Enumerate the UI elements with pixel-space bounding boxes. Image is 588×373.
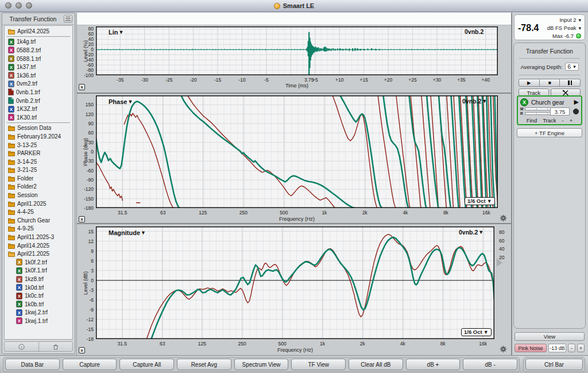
spectrum-view-button[interactable]: Spectrum View (234, 359, 289, 370)
sidebar-folder-item[interactable]: April21.2025 (5, 249, 72, 258)
phase-plot[interactable] (96, 95, 498, 208)
db--button[interactable]: dB - (463, 359, 517, 370)
sidebar-file-item[interactable]: X1k0d.trf (5, 283, 72, 292)
trace-file-icon (8, 97, 14, 104)
tf-view-button[interactable]: TF View (291, 359, 346, 370)
add-tf-engine-button[interactable]: + TF Engine (517, 128, 582, 137)
magnitude-trace-menu[interactable]: 0vnb.2▼ (459, 229, 483, 236)
delay-value-field[interactable]: 3.75 (550, 107, 570, 116)
sidebar-folder-item[interactable]: April11.2025-3 (5, 233, 72, 241)
sidebar-folder-item[interactable]: Session (5, 191, 72, 199)
impulse-close-button[interactable]: x (79, 84, 85, 90)
sidebar-file-item[interactable]: X1k0c.trf (5, 291, 72, 300)
sidebar-folder-item[interactable]: Session Data (5, 124, 72, 133)
sidebar-folder-item[interactable]: 3-13-25 (5, 141, 72, 149)
stop-button[interactable]: ■ (540, 79, 560, 87)
capture-button[interactable]: Capture (63, 359, 117, 370)
averaging-depth-select[interactable]: 6 ▾ (565, 63, 579, 71)
sidebar-folder-item[interactable]: 3-14-25 (5, 157, 72, 166)
sidebar-folder-item[interactable]: 4-4-25 (5, 207, 72, 216)
capture-all-button[interactable]: Capture All (119, 359, 174, 370)
window-zoom-button[interactable] (26, 2, 32, 9)
sidebar-file-item[interactable]: 0vnb.2.trf (5, 97, 72, 105)
noise-level-field[interactable]: -13 dB (548, 344, 566, 352)
x-tick-label: +10 (329, 77, 350, 83)
item-label: 1kwj.2.trf (25, 309, 48, 316)
sidebar-folder-item[interactable]: April24.2025 (5, 27, 72, 36)
sidebar-folder-item[interactable]: PARKER (5, 149, 72, 157)
phase-settings-button[interactable] (500, 214, 507, 223)
item-label: 0vnb.1.trf (16, 89, 40, 95)
ctrl-bar-button[interactable]: Ctrl Bar (525, 359, 583, 370)
pink-noise-button[interactable]: Pink Noise (514, 344, 547, 352)
sidebar-folder-item[interactable]: Folder2 (5, 183, 72, 191)
sidebar-file-item[interactable]: X0vm2.trf (5, 80, 72, 89)
sidebar-file-item[interactable]: X1kwj.1.trf (5, 317, 72, 325)
magnitude-settings-button[interactable] (500, 345, 507, 354)
phase-close-button[interactable]: x (79, 216, 85, 222)
window-minimize-button[interactable] (16, 2, 22, 9)
magnitude-plot[interactable] (96, 226, 494, 339)
sidebar-file-item[interactable]: X1k37.trf (5, 63, 72, 71)
sidebar-folder-item[interactable]: Church Gear (5, 216, 72, 225)
record-button[interactable] (573, 109, 579, 114)
x-tick-label: 31.5 (112, 210, 133, 216)
play-button[interactable]: ▶ (519, 79, 540, 87)
delete-button[interactable] (38, 342, 73, 351)
impulse-chart-menu[interactable]: Lin▼ (109, 29, 123, 36)
input-select[interactable]: Input 2 (559, 17, 576, 23)
sidebar-file-item[interactable]: X1k36.trf (5, 71, 72, 80)
x-tick-label: -30 (134, 77, 155, 83)
pause-button[interactable] (560, 79, 581, 87)
info-button[interactable]: i (5, 342, 38, 351)
y-tick-label: 60 (79, 130, 94, 136)
x-tick-label: 125 (192, 341, 212, 347)
sidebar-folder-item[interactable]: 3-21-25 (5, 166, 72, 175)
magnitude-smoothing-button[interactable]: 1/6 Oct▼ (461, 328, 492, 336)
meter-unit-select[interactable]: dB FS Peak (547, 25, 577, 31)
file-list: April24.2025X1k4g.trfX0588.2.trfX0588.1.… (4, 25, 73, 340)
dropdown-icon: ▼ (119, 29, 124, 35)
folder-icon (8, 133, 15, 140)
clear-all-db-button[interactable]: Clear All dB (349, 359, 403, 370)
sidebar-menu-button[interactable] (64, 15, 72, 22)
sidebar-file-item[interactable]: X1kwj.2.trf (5, 309, 72, 317)
noise-plus-button[interactable]: + (577, 344, 585, 352)
sidebar-file-item[interactable]: X1k0f.1.trf (5, 267, 72, 275)
delay-plus-button[interactable]: + (570, 117, 573, 124)
magnitude-chart-menu[interactable]: Magnitude▼ (109, 229, 146, 236)
sidebar-file-item[interactable]: X0588.1.trf (5, 55, 72, 63)
sidebar-folder-item[interactable]: 4-9-25 (5, 225, 72, 233)
phase-chart-menu[interactable]: Phase▼ (109, 98, 133, 105)
tf-engine-item[interactable]: X Church gear ▶ M R 3.75 Find Track - + (517, 95, 582, 125)
view-button[interactable]: View (514, 332, 585, 341)
find-button[interactable]: Find (527, 117, 537, 124)
x-tick-label: 16k (476, 210, 497, 216)
sidebar-file-item[interactable]: X1k4g.trf (5, 38, 72, 47)
sidebar-file-item[interactable]: X1K3Z.trf (5, 105, 72, 113)
sidebar-folder-item[interactable]: February19.2024 (5, 132, 72, 141)
engine-play-icon[interactable]: ▶ (574, 98, 579, 106)
db--button[interactable]: dB + (406, 359, 461, 370)
delay-minus-button[interactable]: - (562, 117, 564, 124)
threshold-marker[interactable] (497, 259, 502, 267)
engine-status-icon[interactable]: X (520, 98, 528, 106)
sidebar-folder-item[interactable]: Folder (5, 174, 72, 183)
engine-track-button[interactable]: Track (543, 117, 556, 124)
sidebar-file-item[interactable]: 0vnb.1.trf (5, 88, 72, 97)
sidebar-folder-item[interactable]: April14.2025 (5, 241, 72, 250)
sidebar-file-item[interactable]: X1k0b.trf (5, 300, 72, 309)
phase-trace-menu[interactable]: 0vnb.2▼ (462, 98, 487, 105)
window-close-button[interactable] (5, 2, 11, 9)
data-bar-button[interactable]: Data Bar (5, 359, 60, 370)
reset-avg-button[interactable]: Reset Avg (177, 359, 231, 370)
sidebar-file-item[interactable]: X1k0f.2.trf (5, 258, 72, 267)
sidebar-file-item[interactable]: X1kz8.trf (5, 275, 72, 283)
impulse-plot[interactable] (96, 26, 498, 75)
noise-minus-button[interactable]: - (568, 344, 575, 352)
phase-smoothing-button[interactable]: 1/6 Oct▼ (465, 197, 495, 205)
magnitude-close-button[interactable]: x (79, 347, 85, 353)
sidebar-file-item[interactable]: X1K30.trf (5, 113, 72, 122)
sidebar-folder-item[interactable]: April1.2025 (5, 199, 72, 208)
sidebar-file-item[interactable]: X0588.2.trf (5, 46, 72, 55)
